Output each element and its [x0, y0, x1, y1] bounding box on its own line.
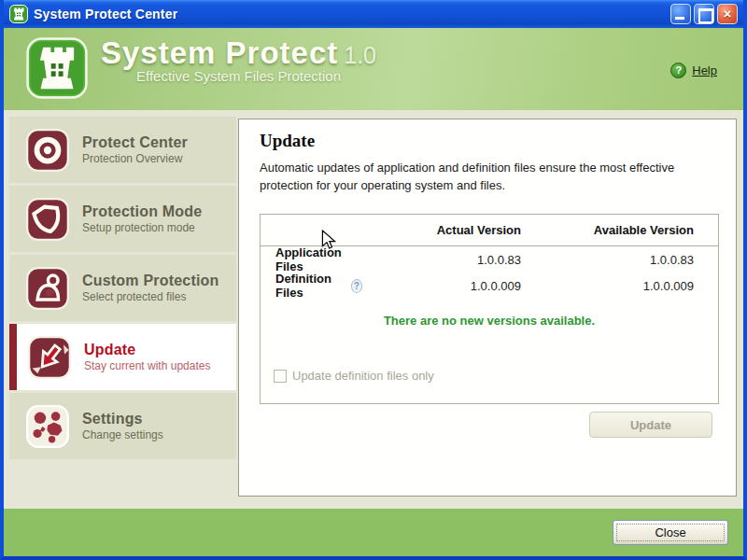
titlebar[interactable]: System Protect Center ×: [4, 0, 743, 28]
footer-bar: Close: [4, 509, 743, 556]
available-version-value: 1.0.0.009: [521, 279, 694, 293]
target-icon: [26, 129, 69, 172]
sidebar-item-subtitle: Stay current with updates: [84, 359, 210, 372]
table-row-definition-files: Definition Files ? 1.0.0.009 1.0.0.009: [261, 273, 718, 299]
app-tagline: Effective System Files Protection: [136, 68, 376, 84]
download-arrow-icon: [28, 336, 71, 379]
close-button[interactable]: Close: [613, 520, 728, 545]
update-definition-only-checkbox-row[interactable]: Update definition files only: [274, 369, 434, 383]
app-header: System Protect1.0 Effective System Files…: [4, 28, 743, 110]
sidebar-item-protect-center[interactable]: Protect Center Protection Overview: [9, 117, 236, 183]
minimize-button[interactable]: [670, 4, 691, 24]
close-window-button[interactable]: ×: [717, 4, 738, 24]
checkbox-label: Update definition files only: [292, 369, 434, 383]
castle-logo-icon: [26, 37, 88, 99]
app-name: System Protect: [101, 35, 338, 70]
help-question-icon: ?: [670, 63, 686, 78]
page-title: Update: [260, 131, 736, 151]
sidebar-item-title: Custom Protection: [82, 273, 219, 289]
checkbox[interactable]: [274, 370, 287, 383]
sidebar-item-title: Settings: [82, 411, 163, 427]
help-area[interactable]: ? Help: [670, 63, 717, 78]
table-row-application-files: Application Files 1.0.0.83 1.0.0.83: [261, 246, 718, 273]
sidebar-item-update[interactable]: Update Stay current with updates: [9, 324, 236, 390]
sidebar-item-title: Protection Mode: [82, 203, 202, 220]
maximize-button[interactable]: [694, 4, 714, 24]
row-label-text: Definition Files: [275, 272, 345, 300]
actual-version-value: 1.0.0.83: [362, 253, 521, 267]
window-controls: ×: [668, 4, 738, 24]
window-title: System Protect Center: [34, 7, 177, 21]
user-files-icon: [26, 267, 69, 310]
gears-icon: [26, 405, 69, 448]
app-window: System Protect Center × System Protect1.…: [0, 0, 747, 560]
app-version: 1.0: [344, 42, 376, 68]
table-header-row: Actual Version Available Version: [261, 215, 718, 246]
sidebar-item-title: Protect Center: [82, 134, 188, 151]
sidebar-item-subtitle: Change settings: [82, 428, 163, 441]
sidebar-item-protection-mode[interactable]: Protection Mode Setup protection mode: [9, 186, 236, 252]
shield-icon: [26, 198, 69, 241]
page-description: Automatic updates of application and def…: [260, 160, 710, 195]
actual-version-value: 1.0.0.009: [362, 279, 521, 293]
sidebar-item-settings[interactable]: Settings Change settings: [9, 393, 236, 459]
sidebar-item-subtitle: Setup protection mode: [82, 221, 202, 234]
sidebar-item-subtitle: Select protected files: [82, 290, 219, 303]
sidebar-item-title: Update: [84, 342, 210, 358]
sidebar-nav: Protect Center Protection Overview Prote…: [9, 117, 236, 462]
row-label: Application Files: [261, 245, 362, 273]
update-button[interactable]: Update: [589, 412, 712, 438]
column-header-available-version: Available Version: [521, 223, 694, 237]
help-link[interactable]: Help: [692, 63, 717, 77]
column-header-actual-version: Actual Version: [362, 223, 521, 237]
brand-block: System Protect1.0 Effective System Files…: [101, 35, 376, 84]
content-panel: Update Automatic updates of application …: [238, 119, 737, 497]
sidebar-item-custom-protection[interactable]: Custom Protection Select protected files: [9, 255, 236, 321]
sidebar-item-subtitle: Protection Overview: [82, 152, 188, 165]
definition-files-help-icon[interactable]: ?: [351, 279, 362, 293]
row-label: Definition Files ?: [261, 272, 362, 300]
available-version-value: 1.0.0.83: [521, 253, 694, 267]
status-message: There are no new versions available.: [261, 314, 718, 328]
app-castle-icon: [9, 5, 28, 23]
version-table: Actual Version Available Version Applica…: [260, 214, 719, 404]
